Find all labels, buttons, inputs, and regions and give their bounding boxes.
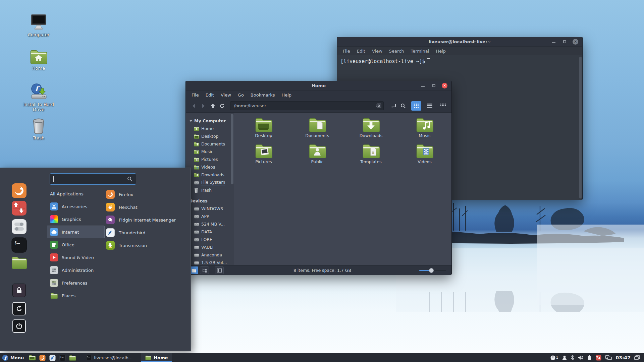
menu-file[interactable]: File [340, 48, 353, 55]
show-treeview-button[interactable] [200, 266, 209, 274]
menu-search-box[interactable] [50, 173, 136, 185]
menu-go[interactable]: Go [235, 92, 247, 99]
sidebar-item-pictures[interactable]: Pictures [189, 156, 234, 163]
terminal-scrollbar[interactable] [579, 57, 582, 198]
app-pidgin[interactable]: Pidgin Internet Messenger [106, 214, 186, 226]
close-button[interactable]: ✕ [442, 83, 447, 88]
menu-help[interactable]: Help [278, 92, 294, 99]
window-stack-icon[interactable] [634, 355, 640, 360]
lock-screen-button[interactable] [12, 284, 26, 297]
category-internet[interactable]: Internet [47, 226, 105, 238]
zoom-slider[interactable] [419, 270, 446, 271]
zoom-slider-handle[interactable] [429, 268, 434, 273]
notifications-applet[interactable]: 1 [550, 355, 558, 360]
menu-view[interactable]: View [369, 48, 385, 55]
file-item-templates[interactable]: a Templates [344, 143, 398, 170]
launcher-files[interactable] [68, 354, 76, 362]
file-item-pictures[interactable]: Pictures [237, 143, 290, 170]
menu-file[interactable]: File [189, 92, 202, 99]
category-graphics[interactable]: Graphics [47, 213, 105, 226]
expander-icon[interactable] [189, 119, 193, 122]
compact-view-button[interactable] [438, 101, 448, 111]
menu-view[interactable]: View [218, 92, 234, 99]
clock[interactable]: 03:47 [615, 355, 631, 360]
app-transmission[interactable]: Transmission [106, 239, 186, 252]
refresh-button[interactable] [217, 102, 227, 110]
file-item-music[interactable]: Music [398, 117, 451, 143]
logout-button[interactable] [12, 302, 26, 315]
minimize-button[interactable] [420, 83, 426, 88]
taskbar-window-home[interactable]: Home [141, 353, 172, 362]
menu-edit[interactable]: Edit [203, 92, 217, 99]
back-button[interactable] [189, 102, 199, 110]
launcher-firefox[interactable] [38, 354, 46, 362]
category-accessories[interactable]: Accessories [47, 200, 105, 213]
favorite-files[interactable] [11, 256, 27, 271]
favorite-firefox[interactable] [11, 183, 27, 198]
menu-button[interactable]: f Menu [0, 353, 27, 362]
category-administration[interactable]: Administration [47, 264, 105, 277]
sidebar-section-my-computer[interactable]: My Computer [189, 117, 234, 125]
menu-bookmarks[interactable]: Bookmarks [248, 92, 278, 99]
sidebar-scrollbar[interactable] [231, 114, 233, 264]
path-input[interactable] [234, 103, 376, 108]
terminal-titlebar[interactable]: liveuser@localhost-live:~ ✕ [337, 37, 582, 47]
taskbar-window-terminal[interactable]: $ liveuser@localh... [82, 353, 137, 362]
sidebar-item-lore[interactable]: LORE [189, 236, 234, 243]
sidebar-item-anaconda[interactable]: Anaconda [189, 251, 234, 259]
favorite-system-settings[interactable] [11, 219, 27, 234]
sidebar-item-524mb[interactable]: 524 MB V... [189, 220, 234, 228]
file-item-videos[interactable]: Videos [398, 143, 451, 170]
category-preferences[interactable]: Preferences [47, 277, 105, 289]
sidebar-item-file-system[interactable]: File System [189, 179, 234, 186]
sidebar-item-15gb[interactable]: 1.5 GB Vol... [189, 259, 234, 265]
desktop-icon-computer[interactable]: Computer [19, 14, 58, 37]
app-thunderbird[interactable]: Thunderbird [106, 226, 186, 239]
category-places[interactable]: Places [47, 289, 105, 302]
list-view-button[interactable] [425, 101, 435, 111]
sidebar-item-trash[interactable]: Trash [189, 186, 234, 194]
icon-view-button[interactable] [411, 101, 421, 111]
sidebar-item-documents[interactable]: Documents [189, 140, 234, 148]
maximize-button[interactable] [562, 39, 567, 45]
file-item-public[interactable]: Public [290, 143, 344, 170]
desktop-icon-install[interactable]: f Install to Hard Drive [19, 83, 58, 112]
file-item-documents[interactable]: Documents [290, 117, 344, 143]
sidebar-item-vault[interactable]: VAULT [189, 243, 234, 251]
toggle-location-entry-button[interactable] [389, 102, 398, 110]
toggle-sidebar-button[interactable] [215, 266, 224, 274]
app-firefox[interactable]: Firefox [106, 188, 186, 201]
file-item-desktop[interactable]: Desktop [237, 117, 290, 143]
launcher-terminal[interactable]: $ [58, 354, 66, 362]
forward-button[interactable] [199, 102, 208, 110]
menu-help[interactable]: Help [433, 48, 449, 55]
show-desktop-button[interactable] [28, 354, 36, 362]
sidebar-item-videos[interactable]: Videos [189, 163, 234, 171]
sidebar-item-app[interactable]: APP [189, 213, 234, 220]
battery-icon[interactable] [587, 355, 592, 360]
menu-search[interactable]: Search [386, 48, 407, 55]
update-notifier-icon[interactable] [596, 355, 601, 361]
user-applet-icon[interactable] [562, 355, 567, 360]
up-button[interactable] [208, 102, 217, 110]
sidebar-item-music[interactable]: Music [189, 148, 234, 156]
menu-terminal[interactable]: Terminal [408, 48, 432, 55]
file-item-downloads[interactable]: Downloads [344, 117, 398, 143]
bluetooth-icon[interactable] [571, 355, 574, 360]
network-icon[interactable] [605, 355, 612, 360]
volume-icon[interactable] [578, 355, 584, 360]
favorite-software-updater[interactable] [11, 200, 27, 216]
launcher-thunderbird[interactable] [48, 354, 56, 362]
search-button[interactable] [398, 102, 408, 110]
sidebar-item-data[interactable]: DATA [189, 228, 234, 236]
favorite-terminal[interactable]: $ [11, 237, 27, 253]
minimize-button[interactable] [551, 39, 556, 45]
path-field[interactable] [230, 101, 384, 110]
sidebar-item-desktop[interactable]: Desktop [189, 132, 234, 140]
menu-edit[interactable]: Edit [354, 48, 368, 55]
sidebar-item-home[interactable]: Home [189, 125, 234, 132]
shutdown-button[interactable] [12, 319, 26, 333]
clear-path-icon[interactable] [376, 104, 381, 108]
close-button[interactable]: ✕ [573, 39, 578, 45]
desktop-icon-trash[interactable]: Trash [19, 118, 58, 140]
